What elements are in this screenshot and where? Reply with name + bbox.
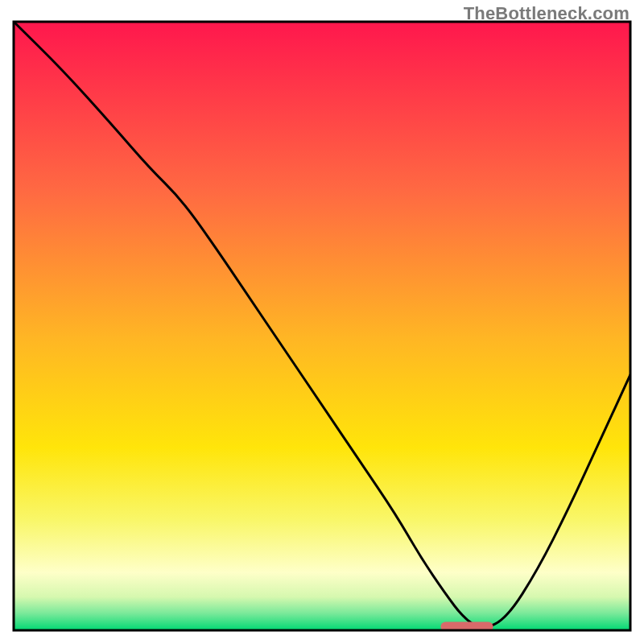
plot-background bbox=[14, 22, 630, 630]
watermark-text: TheBottleneck.com bbox=[464, 3, 630, 24]
chart-frame: TheBottleneck.com bbox=[0, 0, 644, 644]
bottleneck-chart bbox=[0, 0, 644, 644]
